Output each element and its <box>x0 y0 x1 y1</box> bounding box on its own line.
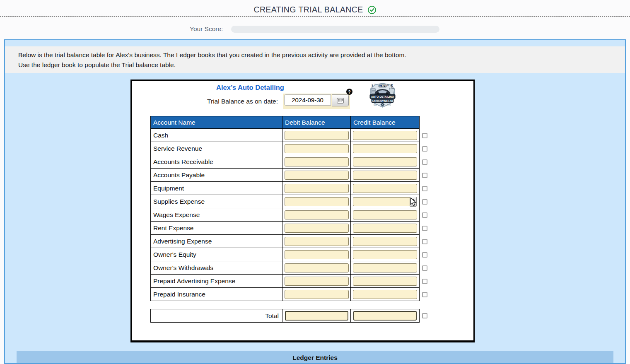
checkbox-equipment[interactable] <box>422 186 427 191</box>
debit-input-cash[interactable] <box>285 131 349 140</box>
checkbox-cash[interactable] <box>422 133 427 138</box>
calendar-button[interactable] <box>332 94 349 106</box>
trial-balance-card: Alex’s Auto Detailing Trial Balance as o… <box>130 80 475 342</box>
checkbox-total[interactable] <box>422 313 427 318</box>
column-header-credit-balance: Credit Balance <box>351 116 419 128</box>
credit-input-accounts-receivable[interactable] <box>353 157 417 166</box>
instructions: Below is the trial balance table for Ale… <box>5 46 625 73</box>
credit-input-owner-s-equity[interactable] <box>353 250 417 259</box>
credit-input-prepaid-advertising-expense[interactable] <box>353 277 417 286</box>
debit-cell <box>282 142 351 155</box>
credit-cell <box>351 222 419 234</box>
svg-text:$: $ <box>391 84 393 88</box>
checkbox-owner-s-equity[interactable] <box>422 252 427 258</box>
checkbox-rent-expense[interactable] <box>422 226 427 231</box>
debit-input-owner-s-withdrawals[interactable] <box>285 263 349 272</box>
completed-check-icon <box>367 5 377 14</box>
svg-text:$36: $36 <box>374 104 377 106</box>
credit-cell <box>351 155 419 168</box>
credit-input-prepaid-insurance[interactable] <box>353 290 417 299</box>
svg-text:$: $ <box>372 84 373 87</box>
table-row: Wages Expense <box>151 208 419 222</box>
account-name-supplies-expense: Supplies Expense <box>151 195 282 208</box>
credit-cell <box>351 208 419 221</box>
checkbox-owner-s-withdrawals[interactable] <box>422 265 427 271</box>
debit-input-prepaid-insurance[interactable] <box>285 290 349 299</box>
account-name-prepaid-insurance: Prepaid Insurance <box>151 288 282 301</box>
table-row: Advertising Expense <box>151 235 419 248</box>
checkbox-wages-expense[interactable] <box>422 212 427 218</box>
svg-text:ACCOUNTING LAB: ACCOUNTING LAB <box>372 100 393 102</box>
credit-input-accounts-payable[interactable] <box>353 171 417 180</box>
debit-input-supplies-expense[interactable] <box>285 197 349 206</box>
date-panel <box>283 94 350 109</box>
svg-text:ALEX'S: ALEX'S <box>379 85 386 87</box>
account-name-prepaid-advertising-expense: Prepaid Advertising Expense <box>151 275 282 287</box>
total-credit-cell <box>351 309 419 322</box>
credit-input-equipment[interactable] <box>353 184 417 193</box>
debit-input-equipment[interactable] <box>285 184 349 193</box>
debit-input-rent-expense[interactable] <box>285 224 349 233</box>
debit-input-wages-expense[interactable] <box>285 210 349 219</box>
checkbox-accounts-receivable[interactable] <box>422 159 427 165</box>
date-label: Trial Balance as on date: <box>207 98 278 105</box>
debit-input-accounts-receivable[interactable] <box>285 157 349 166</box>
date-input[interactable] <box>284 94 331 106</box>
debit-cell <box>282 208 351 221</box>
spinner-up-icon[interactable] <box>412 199 415 201</box>
score-progress-bar <box>231 26 439 33</box>
account-name-wages-expense: Wages Expense <box>151 208 282 221</box>
debit-input-owner-s-equity[interactable] <box>285 250 349 259</box>
instructions-line2: Use the ledger book to populate the Tria… <box>18 60 617 70</box>
credit-cell <box>351 261 419 274</box>
column-header-debit-balance: Debit Balance <box>282 116 351 128</box>
account-name-cash: Cash <box>151 129 282 142</box>
checkbox-service-revenue[interactable] <box>422 146 427 152</box>
total-debit-input[interactable] <box>285 311 348 321</box>
credit-input-service-revenue[interactable] <box>353 144 417 153</box>
total-credit-input[interactable] <box>353 311 417 321</box>
table-row: Equipment <box>151 182 419 195</box>
total-zone: Total <box>150 309 427 323</box>
credit-input-owner-s-withdrawals[interactable] <box>353 263 417 272</box>
debit-cell <box>282 275 351 287</box>
credit-cell <box>351 169 419 181</box>
checkbox-prepaid-insurance[interactable] <box>422 292 427 297</box>
number-spinner[interactable] <box>410 197 417 207</box>
debit-input-advertising-expense[interactable] <box>285 237 349 246</box>
total-label: Total <box>151 309 282 322</box>
table-row: Supplies Expense <box>151 195 419 208</box>
spinner-down-icon[interactable] <box>412 202 415 205</box>
auto-detailing-logo-image: $ $ $ $ ALEX'S AUTO DETAILING ACCOUNTING… <box>369 82 396 108</box>
table-row: Accounts Receivable <box>151 155 419 169</box>
credit-input-supplies-expense[interactable] <box>353 197 417 206</box>
account-name-rent-expense: Rent Expense <box>151 222 282 234</box>
account-name-owner-s-equity: Owner's Equity <box>151 248 282 261</box>
debit-cell <box>282 261 351 274</box>
debit-input-service-revenue[interactable] <box>285 144 349 153</box>
credit-cell <box>351 195 419 208</box>
debit-cell <box>282 169 351 181</box>
column-header-account-name: Account Name <box>151 116 282 128</box>
checkbox-supplies-expense[interactable] <box>422 199 427 205</box>
account-name-accounts-receivable: Accounts Receivable <box>151 155 282 168</box>
credit-input-cash[interactable] <box>353 131 417 140</box>
debit-cell <box>282 129 351 142</box>
page-header: CREATING TRIAL BALANCE <box>0 0 630 17</box>
svg-text:$.70: $.70 <box>387 104 391 106</box>
activity-panel: Below is the trial balance table for Ale… <box>4 39 626 364</box>
checkbox-accounts-payable[interactable] <box>422 173 427 178</box>
credit-input-rent-expense[interactable] <box>353 224 417 233</box>
debit-cell <box>282 155 351 168</box>
debit-input-accounts-payable[interactable] <box>285 171 349 180</box>
credit-input-advertising-expense[interactable] <box>353 237 417 246</box>
help-icon[interactable]: ? <box>346 89 352 95</box>
company-logo: $ $ $ $ ALEX'S AUTO DETAILING ACCOUNTING… <box>369 82 396 110</box>
checkbox-advertising-expense[interactable] <box>422 239 427 244</box>
credit-input-wages-expense[interactable] <box>353 210 417 219</box>
checkbox-prepaid-advertising-expense[interactable] <box>422 279 427 284</box>
credit-cell <box>351 275 419 287</box>
debit-input-prepaid-advertising-expense[interactable] <box>285 277 349 286</box>
debit-cell <box>282 235 351 248</box>
account-name-owner-s-withdrawals: Owner's Withdrawals <box>151 261 282 274</box>
